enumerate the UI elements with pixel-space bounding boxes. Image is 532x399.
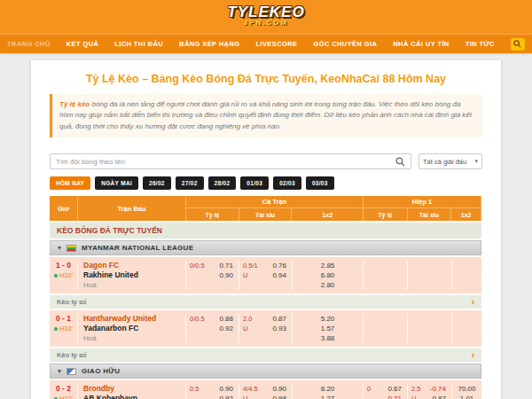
home-team-link[interactable]: Hantharwady United	[83, 314, 185, 324]
odds-value[interactable]: 0.94	[262, 270, 292, 280]
odds-value[interactable]	[452, 324, 481, 333]
live-score: 1 - 0	[50, 261, 77, 270]
intro-keyword-link[interactable]: Tỷ lệ kèo	[59, 100, 90, 108]
match-row: 0 - 1 H10' Hantharwady United Yadanarbon…	[50, 310, 481, 347]
odds-value[interactable]: 1.01	[452, 394, 481, 399]
chevron-right-icon: ›	[472, 299, 474, 306]
odds-value[interactable]: 0.98	[262, 394, 292, 399]
nav-item-bang-xep-hang[interactable]: BẢNG XẾP HẠNG	[179, 40, 239, 48]
odds-value[interactable]: 6.80	[293, 270, 363, 280]
odds-value[interactable]: 3.88	[293, 333, 363, 343]
odds-value[interactable]	[431, 261, 451, 270]
match-time-cell: 0 - 1 H10'	[50, 314, 78, 343]
col-group-full-match: Cả Trận Tỷ lệ Tài xỉu 1x2	[186, 196, 364, 221]
date-tab-02-03[interactable]: 02/03	[273, 176, 301, 190]
odds-value[interactable]: 0.71	[209, 261, 239, 270]
chevron-right-icon: ›	[472, 352, 474, 359]
odds-value[interactable]	[431, 324, 451, 333]
odds-value[interactable]	[452, 333, 481, 343]
odds-value[interactable]: 1.57	[293, 324, 363, 333]
odds-value[interactable]: 0.88	[209, 314, 239, 324]
date-tab-ngay-mai[interactable]: NGÀY MAI	[95, 176, 138, 190]
odds-value[interactable]	[431, 270, 451, 280]
nav-item-lich-thi-dau[interactable]: LỊCH THI ĐẤU	[114, 40, 163, 48]
handicap-line: 0/0.5	[186, 261, 209, 270]
odds-value[interactable]	[431, 314, 451, 324]
col-header-ft-over-under: Tài xỉu	[239, 208, 293, 221]
home-team-link[interactable]: Dagon FC	[83, 261, 185, 270]
away-team-link[interactable]: Yadanarbon FC	[83, 324, 185, 333]
header-search-button[interactable]	[511, 38, 525, 51]
odds-value[interactable]	[387, 261, 407, 270]
odds-value[interactable]: 2.85	[293, 261, 363, 270]
odds-table: Giờ Trận Đấu Cả Trận Tỷ lệ Tài xỉu 1x2 H…	[50, 196, 481, 399]
nav-item-goc-chuyen-gia[interactable]: GÓC CHUYÊN GIA	[313, 40, 377, 48]
handicap-line: 0	[364, 384, 387, 394]
odds-value[interactable]: 0.87	[262, 314, 292, 324]
odds-value[interactable]: 0.92	[209, 324, 239, 333]
odds-value[interactable]: 5.20	[293, 314, 363, 324]
odds-value[interactable]: 0.90	[209, 384, 239, 394]
site-logo[interactable]: TYLEKEO JPN.COM	[0, 4, 532, 27]
teams-cell: Hantharwady United Yadanarbon FC Hoà	[78, 314, 186, 343]
teams-cell: Dagon FC Rakhine United Hoà	[78, 261, 186, 290]
odds-value[interactable]	[452, 270, 481, 280]
odds-value[interactable]: 0.76	[262, 261, 292, 270]
score-odds-expander[interactable]: Kèo tỷ số ›	[50, 348, 481, 362]
away-team-link[interactable]: AB Kobenhavn	[83, 394, 185, 399]
live-score: 0 - 1	[50, 314, 77, 324]
col-header-h1-over-under: Tài xỉu	[408, 208, 452, 221]
friendly-flag-icon	[66, 368, 76, 375]
odds-value[interactable]	[387, 324, 407, 333]
match-time-cell: 1 - 0 H10'	[50, 261, 78, 290]
odds-value[interactable]: 0.92	[209, 394, 239, 399]
odds-value[interactable]: -0.71	[386, 394, 407, 399]
league-header-myanmar[interactable]: ▾ MYANMAR NATIONAL LEAGUE	[50, 240, 481, 255]
away-team-link[interactable]: Rakhine United	[83, 270, 185, 280]
live-indicator-dot	[54, 274, 58, 278]
total-line: 2.0	[239, 314, 262, 324]
odds-value[interactable]: 0.90	[209, 270, 239, 280]
odds-value[interactable]	[452, 314, 481, 324]
odds-value[interactable]: 1.27	[293, 394, 363, 399]
main-nav: TRANG CHỦ KẾT QUẢ LỊCH THI ĐẤU BẢNG XẾP …	[0, 34, 532, 53]
date-tab-03-03[interactable]: 03/03	[306, 176, 334, 190]
league-header-giao-huu[interactable]: ▾ GIAO HỮU	[50, 364, 481, 379]
date-tab-26-02[interactable]: 26/02	[143, 176, 171, 190]
league-filter-select[interactable]: Tất cả giải đấu ▾	[419, 153, 482, 169]
odds-value[interactable]: 0.67	[387, 384, 407, 394]
date-tab-hom-nay[interactable]: HÔM NAY	[50, 176, 90, 190]
odds-value[interactable]: 2.80	[293, 280, 363, 290]
nav-item-trang-chu[interactable]: TRANG CHỦ	[7, 40, 51, 48]
nav-item-livescore[interactable]: LIVESCORE	[255, 40, 297, 48]
ft-1x2-cell: 5.20 1.57 3.88	[293, 314, 364, 343]
date-tab-28-02[interactable]: 28/02	[208, 176, 237, 190]
odds-value[interactable]	[452, 261, 481, 270]
teams-cell: Brondby AB Kobenhavn Hoà	[78, 384, 186, 399]
score-odds-expander[interactable]: Kèo tỷ số ›	[50, 295, 481, 309]
odds-value[interactable]: 0.90	[262, 384, 292, 394]
odds-value[interactable]: -0.74	[430, 384, 451, 394]
date-tab-01-03[interactable]: 01/03	[240, 176, 269, 190]
search-icon[interactable]	[395, 157, 405, 167]
odds-value[interactable]	[387, 314, 407, 324]
odds-value[interactable]: 70.00	[452, 384, 481, 394]
date-tab-27-02[interactable]: 27/02	[176, 176, 204, 190]
team-search-input[interactable]	[56, 158, 395, 166]
total-line: 0.5/1	[239, 261, 262, 270]
odds-value[interactable]	[387, 270, 407, 280]
odds-value[interactable]	[452, 280, 481, 290]
odds-value[interactable]: 0.87	[431, 394, 451, 399]
h1-handicap-cell	[364, 261, 408, 290]
nav-item-ket-qua[interactable]: KẾT QUẢ	[66, 40, 99, 48]
nav-item-nha-cai-uy-tin[interactable]: NHÀ CÁI UY TÍN	[393, 40, 449, 48]
odds-value[interactable]: 0.93	[262, 324, 292, 333]
odds-value[interactable]: 8.20	[293, 384, 363, 394]
h1-over-under-cell	[408, 314, 452, 343]
under-mark: U	[239, 324, 262, 333]
home-team-link[interactable]: Brondby	[83, 384, 185, 394]
col-header-first-half: Hiệp 1	[364, 196, 481, 208]
col-group-first-half: Hiệp 1 Tỷ lệ Tài xỉu 1x2	[364, 196, 481, 221]
nav-item-tin-tuc[interactable]: TIN TỨC	[466, 40, 495, 48]
match-row: 1 - 0 H10' Dagon FC Rakhine United Hoà 0…	[50, 257, 481, 293]
